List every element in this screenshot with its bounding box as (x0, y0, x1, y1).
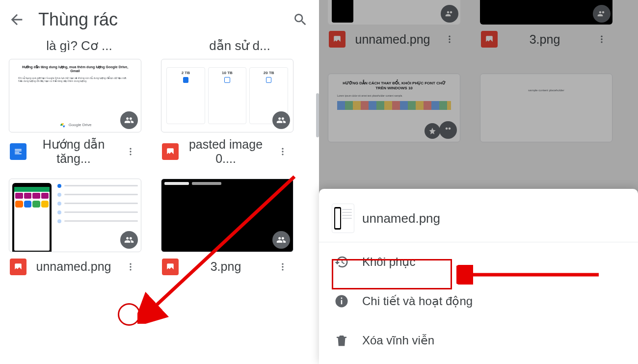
menu-details[interactable]: Chi tiết và hoạt động (319, 282, 638, 321)
file-thumbnail (161, 179, 293, 252)
menu-label: Khôi phục (362, 255, 415, 269)
sheet-header: unnamed.png (319, 189, 638, 242)
file-meta: pasted image 0.... (161, 132, 293, 166)
svg-point-15 (449, 41, 450, 43)
header: Thùng rác (0, 0, 319, 39)
svg-rect-20 (341, 300, 343, 305)
file-name: unnamed.png (31, 260, 116, 274)
arrow-left-icon (8, 11, 25, 28)
more-button[interactable] (273, 257, 292, 277)
shared-badge (439, 121, 457, 139)
shared-badge (120, 231, 138, 249)
image-icon (481, 31, 498, 48)
sheet-thumbnail (332, 204, 354, 233)
svg-point-16 (601, 36, 602, 37)
thumb-text: HƯỚNG DẪN CÁCH THAY ĐỔI, KHÔI PHỤC FONT … (337, 81, 451, 91)
menu-label: Chi tiết và hoạt động (362, 294, 473, 308)
google-drive-logo: Google Drive (59, 121, 92, 128)
restore-icon (333, 253, 350, 271)
file-card[interactable]: 2 TB 10 TB 20 TB pasted image 0.... (161, 59, 293, 166)
file-thumbnail: Hướng dẫn tăng dung lượng, mua thêm dung… (9, 59, 141, 132)
svg-point-3 (282, 148, 283, 149)
search-button[interactable] (289, 8, 312, 31)
shared-badge (120, 111, 138, 129)
menu-delete-forever[interactable]: Xóa vĩnh viễn (319, 321, 638, 360)
file-name: unnamed.png (350, 32, 435, 47)
svg-point-11 (282, 269, 283, 270)
more-button (592, 29, 611, 49)
partial-row: là gì? Cơ ... dẫn sử d... (0, 39, 319, 54)
screenshot-left: Thùng rác là gì? Cơ ... dẫn sử d... Hướn… (0, 0, 319, 364)
shared-badge (272, 111, 290, 129)
menu-restore[interactable]: Khôi phục (319, 242, 638, 282)
svg-point-8 (130, 269, 131, 270)
file-card: HƯỚNG DẪN CÁCH THAY ĐỔI, KHÔI PHỤC FONT … (328, 74, 460, 142)
file-card: 3.png (480, 0, 612, 49)
more-vert-icon (278, 262, 288, 272)
screenshot-right: unnamed.png 3.png HƯỚNG DẪN CÁCH THAY ĐỔ… (319, 0, 638, 364)
more-button[interactable] (273, 142, 292, 161)
svg-point-4 (282, 151, 283, 152)
delete-forever-icon (333, 332, 350, 349)
thumb-text: Hướng dẫn tăng dung lượng, mua thêm dung… (18, 65, 132, 74)
back-button[interactable] (5, 8, 28, 31)
svg-point-1 (130, 151, 131, 152)
file-card: unnamed.png (328, 0, 460, 49)
search-icon (292, 12, 308, 27)
svg-point-5 (282, 154, 283, 155)
image-icon (162, 143, 179, 160)
more-vert-icon (278, 147, 288, 156)
file-meta: unnamed.png (9, 252, 141, 277)
file-name: Hướng dẫn tăng... (31, 137, 116, 166)
partial-filename: là gì? Cơ ... (46, 39, 112, 52)
bottom-sheet: unnamed.png Khôi phục Chi tiết và hoạt đ… (319, 189, 638, 364)
image-icon (10, 259, 27, 275)
svg-point-18 (601, 41, 602, 43)
dimmed-background: unnamed.png 3.png HƯỚNG DẪN CÁCH THAY ĐỔ… (319, 0, 638, 196)
svg-point-13 (449, 36, 450, 37)
annotation-circle (118, 303, 140, 326)
more-vert-icon (126, 147, 135, 156)
info-icon (333, 292, 350, 310)
more-button[interactable] (121, 142, 140, 161)
file-card: sample content placeholder (480, 74, 612, 142)
image-icon (162, 259, 179, 275)
menu-label: Xóa vĩnh viễn (362, 334, 434, 347)
file-grid: Hướng dẫn tăng dung lượng, mua thêm dung… (0, 54, 319, 282)
page-title: Thùng rác (38, 9, 279, 30)
image-icon (329, 31, 346, 48)
file-thumbnail (9, 179, 141, 252)
file-card[interactable]: unnamed.png (9, 179, 141, 277)
file-name: pasted image 0.... (184, 137, 268, 166)
svg-point-9 (282, 263, 283, 264)
shared-badge (441, 5, 458, 23)
file-card[interactable]: 3.png (161, 179, 293, 277)
svg-point-17 (601, 38, 602, 40)
sheet-filename: unnamed.png (362, 211, 440, 226)
docs-icon (10, 143, 27, 160)
thumb-text: Khi sử dụng quá giới hạn Google Drive lư… (18, 77, 132, 83)
file-name: 3.png (184, 260, 268, 274)
people-icon (124, 115, 134, 125)
partial-filename: dẫn sử d... (209, 39, 270, 52)
svg-point-2 (130, 154, 131, 155)
more-button (440, 29, 459, 49)
shared-badge (593, 5, 611, 23)
star-badge (425, 123, 440, 139)
file-thumbnail: 2 TB 10 TB 20 TB (161, 59, 293, 132)
shared-badge (272, 231, 290, 249)
file-card[interactable]: Hướng dẫn tăng dung lượng, mua thêm dung… (9, 59, 141, 166)
more-vert-icon (126, 262, 135, 272)
file-meta: 3.png (161, 252, 293, 277)
people-icon (124, 235, 134, 245)
people-icon (276, 115, 286, 125)
people-icon (276, 235, 286, 245)
svg-point-14 (449, 38, 450, 40)
file-meta: Hướng dẫn tăng... (9, 132, 141, 166)
svg-point-10 (282, 266, 283, 267)
more-button[interactable] (121, 257, 140, 277)
file-name: 3.png (503, 32, 587, 47)
svg-point-0 (130, 148, 131, 149)
svg-point-7 (130, 266, 131, 267)
svg-rect-21 (341, 298, 343, 299)
